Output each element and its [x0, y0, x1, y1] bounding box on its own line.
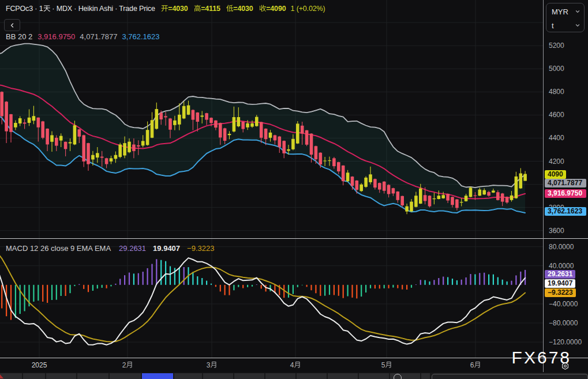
- time-tick: 2025: [32, 361, 47, 369]
- price-tick: 4400: [549, 134, 564, 142]
- taskbar-app-icon[interactable]: [394, 374, 402, 379]
- bb-indicator-row: BB 20 2 3,916.9750 4,071.7877 3,762.1623: [6, 32, 160, 41]
- symbol-title[interactable]: FCPOc3 · 1 · MDX · Heikin Ashi · Trade P…: [6, 5, 155, 13]
- cjk-char-icon: [161, 5, 168, 12]
- bb-basis-axis-label: 3,916.9750: [545, 189, 586, 198]
- macd-tick: 80.0000: [549, 243, 574, 251]
- cjk-char-icon: [210, 361, 217, 368]
- price-tick: 4600: [549, 111, 564, 119]
- back-button[interactable]: [4, 19, 20, 31]
- macd-line-value: 19.9407: [153, 244, 180, 253]
- price-tick: 4800: [549, 88, 564, 96]
- last-price-label: 4090: [545, 170, 566, 179]
- cjk-char-icon: [226, 5, 234, 12]
- chevron-down-icon: [575, 23, 580, 28]
- time-tick: 3: [207, 361, 218, 369]
- price-change: 1 (+0.02%): [291, 5, 325, 13]
- price-chart-canvas[interactable]: [0, 0, 588, 379]
- taskbar-item[interactable]: [174, 373, 202, 379]
- taskbar-item[interactable]: [142, 373, 173, 379]
- time-tick: 5: [381, 361, 392, 369]
- macd-hist-value: 29.2631: [119, 244, 146, 253]
- taskbar-item[interactable]: [421, 373, 430, 379]
- price-tick: 5200: [549, 42, 564, 50]
- ohlc-high: =4115: [194, 5, 220, 13]
- macd-signal-axis-label: −9.3223: [545, 288, 576, 297]
- taskbar-item[interactable]: [23, 373, 45, 379]
- price-tick: 5000: [549, 65, 564, 73]
- cjk-char-icon: [194, 5, 201, 12]
- taskbar-item[interactable]: [77, 373, 108, 379]
- taskbar-search-box[interactable]: [432, 374, 588, 379]
- macd-tick: −120.0000: [549, 338, 582, 346]
- unit-dropdown[interactable]: t: [552, 20, 580, 31]
- taskbar-item[interactable]: [297, 373, 327, 379]
- cjk-char-icon: [126, 361, 133, 368]
- bb-label[interactable]: BB 20 2: [6, 32, 32, 41]
- bb-upper-axis-label: 4,071.7877: [545, 179, 586, 187]
- ohlc-close: =4090: [259, 5, 286, 13]
- symbol-unit-widget: MYR t: [546, 3, 585, 32]
- ohlc-open: =4030: [161, 5, 188, 13]
- time-axis[interactable]: 202523456: [0, 358, 588, 372]
- chevron-down-icon: [575, 9, 580, 14]
- bb-lower-value: 3,762.1623: [122, 32, 159, 41]
- macd-hist-axis-label: 29.2631: [545, 270, 575, 279]
- watermark: FX678: [512, 348, 571, 367]
- macd-tick: −40.0000: [549, 300, 578, 308]
- bottom-taskbar: [0, 373, 588, 379]
- macd-signal-value: −9.3223: [187, 244, 214, 253]
- ohlc-low: =4030: [226, 5, 253, 13]
- symbol-info-bar: FCPOc3 · 1 · MDX · Heikin Ashi · Trade P…: [6, 5, 325, 13]
- cjk-char-icon: [385, 361, 392, 368]
- time-tick: 4: [290, 361, 301, 369]
- macd-indicator-row: MACD 12 26 close 9 EMA EMA 29.2631 19.94…: [6, 244, 214, 253]
- unit-value: t: [552, 21, 554, 30]
- taskbar-item[interactable]: [46, 373, 76, 379]
- cjk-char-icon: [474, 361, 481, 368]
- bb-upper-value: 4,071.7877: [80, 32, 117, 41]
- chevron-left-icon: [10, 23, 14, 28]
- taskbar-item[interactable]: [359, 373, 389, 379]
- macd-label[interactable]: MACD 12 26 close 9 EMA EMA: [6, 244, 111, 253]
- macd-tick: 40.0000: [549, 262, 574, 270]
- bb-basis-value: 3,916.9750: [38, 32, 75, 41]
- currency-dropdown[interactable]: MYR: [552, 6, 580, 17]
- taskbar-item[interactable]: [234, 373, 264, 379]
- taskbar-item[interactable]: [110, 373, 141, 379]
- time-tick: 6: [470, 361, 481, 369]
- price-tick: 3600: [549, 227, 564, 235]
- price-tick: 4200: [549, 157, 564, 166]
- taskbar-item[interactable]: [328, 373, 358, 379]
- macd-tick: −80.0000: [549, 319, 578, 327]
- cjk-char-icon: [294, 361, 301, 368]
- cjk-char-icon: [43, 5, 51, 12]
- cjk-char-icon: [259, 5, 267, 12]
- corner-indicator: [0, 374, 3, 378]
- taskbar-item[interactable]: [203, 373, 233, 379]
- macd-line-axis-label: 19.9407: [545, 279, 575, 288]
- bb-lower-axis-label: 3,762.1623: [545, 207, 586, 216]
- currency-value: MYR: [552, 7, 568, 16]
- taskbar-item[interactable]: [265, 373, 295, 379]
- time-tick: 2: [122, 361, 133, 369]
- trading-chart-app: FCPOc3 · 1 · MDX · Heikin Ashi · Trade P…: [0, 0, 588, 379]
- price-axis[interactable]: 52005000480046004400420040003800360080.0…: [543, 0, 588, 372]
